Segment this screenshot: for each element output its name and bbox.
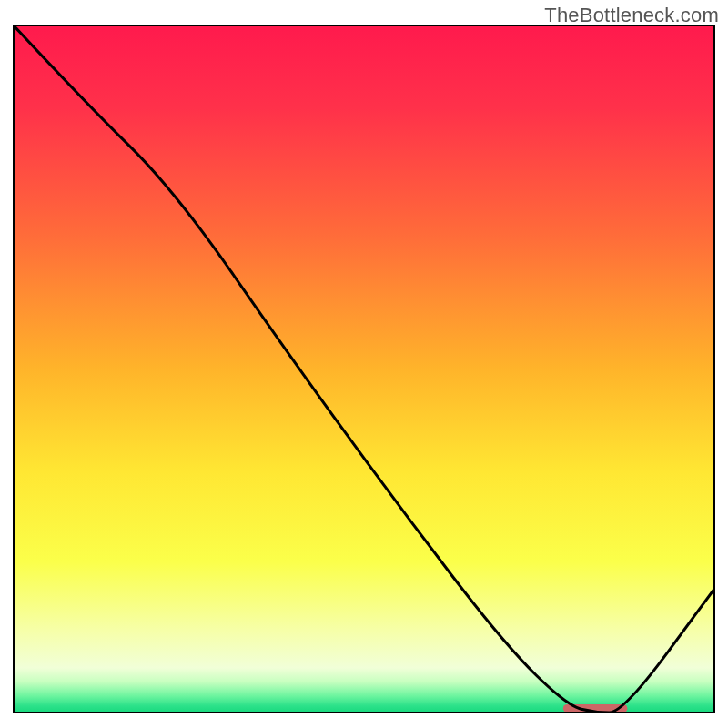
watermark-text: TheBottleneck.com	[544, 4, 719, 27]
plot-background	[14, 25, 714, 713]
chart-svg	[0, 0, 728, 728]
chart-container: TheBottleneck.com	[0, 0, 728, 728]
